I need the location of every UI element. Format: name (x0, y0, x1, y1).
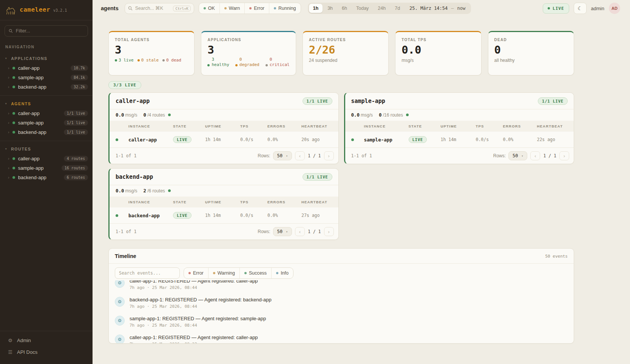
avatar[interactable]: AD (609, 3, 620, 14)
sidebar-item-agents-caller-app[interactable]: › caller-app 1/1 live (0, 109, 93, 118)
tps-value: 0.0 (351, 112, 360, 118)
sidebar-item-applications-sample-app[interactable]: › sample-app 84.1k (0, 73, 93, 82)
stat-value: 3 (207, 45, 289, 55)
global-search[interactable]: Ctrl+K (125, 3, 194, 14)
app-panel-title: caller-app (116, 98, 150, 104)
col-uptime: UPTIME (441, 124, 476, 128)
sidebar-item-label: backend-app (18, 175, 46, 180)
chevron-down-icon: ▾ (286, 154, 288, 158)
tps-value: 0.0/s (240, 213, 267, 218)
sidebar-item-applications-caller-app[interactable]: › caller-app 10.7k (0, 63, 93, 73)
timeline-filter-success[interactable]: Success (239, 268, 271, 278)
time-range-3h[interactable]: 3h (323, 4, 337, 13)
sidebar-filter[interactable] (5, 25, 88, 37)
gear-icon: ⚙ (118, 337, 122, 342)
stale-dot (137, 59, 140, 61)
sidebar-item-routes-caller-app[interactable]: › caller-app 4 routes (0, 154, 93, 163)
gear-icon: ⚙ (118, 280, 122, 286)
error-status-dot (249, 7, 252, 9)
legend-text: 3 live (119, 58, 134, 63)
rows-per-page-select[interactable]: 50 ▾ (273, 151, 292, 160)
chevron-right-icon: › (8, 121, 9, 125)
next-page-button[interactable]: › (324, 151, 334, 160)
chevron-down-icon: ▾ (522, 154, 523, 158)
timeline-event-list[interactable]: ⚙ caller-app-1: REGISTERED — Agent regis… (109, 280, 574, 343)
sidebar-item-badge: 32.2k (71, 84, 88, 90)
sidebar-item-admin[interactable]: ⚙ Admin (0, 335, 93, 346)
table-header: INSTANCE STATE UPTIME TPS ERRORS HEARTBE… (345, 121, 574, 132)
filter-label: Error (193, 270, 204, 276)
prev-page-button[interactable]: ‹ (295, 227, 305, 236)
timeline-event[interactable]: ⚙ sample-app-1: REGISTERED — Agent regis… (115, 312, 568, 331)
stat-label: TOTAL AGENTS (115, 38, 188, 42)
chevron-right-icon: › (327, 229, 330, 235)
timeline-filter-info[interactable]: Info (271, 268, 293, 278)
moon-icon: ☾ (578, 5, 582, 11)
sidebar-item-agents-sample-app[interactable]: › sample-app 1/1 live (0, 118, 93, 127)
rows-per-page-value: 50 (513, 153, 518, 158)
sidebar-item-routes-sample-app[interactable]: › sample-app 16 routes (0, 163, 93, 173)
event-title: caller-app-1: REGISTERED — Agent registe… (130, 335, 258, 340)
filter-ok[interactable]: OK (199, 3, 219, 14)
prev-page-button[interactable]: ‹ (295, 151, 305, 160)
live-status-badge: LIVE (543, 3, 569, 14)
sidebar-item-agents-backend-app[interactable]: › backend-app 1/1 live (0, 127, 93, 137)
legend-text: degraded (239, 62, 259, 68)
time-range-1h[interactable]: 1h (309, 4, 323, 13)
app-live-badge: 1/1 LIVE (303, 97, 332, 105)
filter-running[interactable]: Running (269, 3, 301, 14)
rows-per-page-select[interactable]: 50 ▾ (273, 227, 292, 236)
range-end: now (457, 6, 466, 11)
filter-warn[interactable]: Warn (219, 3, 244, 14)
prev-page-button[interactable]: ‹ (530, 151, 540, 160)
timeline-filter-error[interactable]: Error (184, 268, 208, 278)
uptime-value: 1h 14m (205, 137, 240, 142)
range-separator: — (451, 6, 454, 11)
app-panel-caller-app: caller-app 1/1 LIVE 0.0 msg/s 0 /4 route… (108, 92, 339, 164)
timeline-filter-group: Error Warning Success Info (184, 267, 293, 279)
theme-toggle-button[interactable]: ☾ (574, 3, 587, 14)
chevron-down-icon: ▾ (5, 147, 7, 151)
table-row[interactable]: backend-app LIVE 1h 14m 0.0/s 0.0% 27s a… (110, 207, 338, 223)
sidebar-item-applications-backend-app[interactable]: › backend-app 32.2k (0, 82, 93, 92)
chevron-right-icon: › (8, 166, 9, 170)
group-header-routes[interactable]: ▾ ROUTES (0, 143, 93, 154)
health-dot (406, 114, 409, 116)
status-dot (12, 76, 15, 79)
global-search-input[interactable] (135, 6, 171, 11)
sidebar-item-api-docs[interactable]: ☰ API Docs (0, 346, 93, 358)
rows-per-page-select[interactable]: 50 ▾ (508, 151, 527, 160)
timeline-controls: Error Warning Success Info (109, 263, 574, 280)
timeline-event[interactable]: ⚙ caller-app-1: REGISTERED — Agent regis… (115, 280, 568, 293)
status-filter-group: OK Warn Error Running (199, 3, 301, 14)
time-range-6h[interactable]: 6h (338, 4, 351, 13)
time-range-7d[interactable]: 7d (391, 4, 404, 13)
health-dot (168, 189, 171, 192)
timeline-search-input[interactable] (115, 267, 180, 279)
next-page-button[interactable]: › (559, 151, 569, 160)
menu-icon: ☰ (8, 349, 13, 355)
table-header: INSTANCE STATE UPTIME TPS ERRORS HEARTBE… (110, 197, 338, 207)
errors-value: 0.0% (503, 137, 537, 142)
sidebar-item-badge: 1/1 live (64, 129, 88, 135)
filter-error[interactable]: Error (244, 3, 269, 14)
col-state: STATE (173, 200, 205, 204)
chevron-left-icon: ‹ (534, 153, 537, 159)
table-row[interactable]: caller-app LIVE 1h 14m 0.0/s 0.0% 20s ag… (110, 132, 338, 147)
time-range-24h[interactable]: 24h (374, 4, 390, 13)
group-header-agents[interactable]: ▾ AGENTS (0, 98, 93, 109)
sidebar-filter-input[interactable] (16, 28, 84, 34)
timeline-event[interactable]: ⚙ backend-app-1: REGISTERED — Agent regi… (115, 293, 568, 312)
time-range-today[interactable]: Today (352, 4, 373, 13)
stat-card-active-routes: ACTIVE ROUTES 2/26 24 suspended (303, 31, 389, 75)
sidebar-item-routes-backend-app[interactable]: › backend-app 6 routes (0, 173, 93, 182)
timeline-event[interactable]: ⚙ caller-app-1: REGISTERED — Agent regis… (115, 331, 568, 343)
table-row[interactable]: sample-app LIVE 1h 14m 0.0/s 0.0% 22s ag… (345, 132, 574, 147)
search-icon (9, 29, 13, 33)
time-range-display: 25. März 14:54 — now (405, 6, 470, 11)
group-header-applications[interactable]: ▾ APPLICATIONS (0, 53, 93, 63)
timeline-filter-warning[interactable]: Warning (208, 268, 239, 278)
col-instance: INSTANCE (128, 200, 173, 204)
content: TOTAL AGENTS 3 3 live 0 stale 0 dead (93, 17, 630, 364)
next-page-button[interactable]: › (324, 227, 334, 236)
